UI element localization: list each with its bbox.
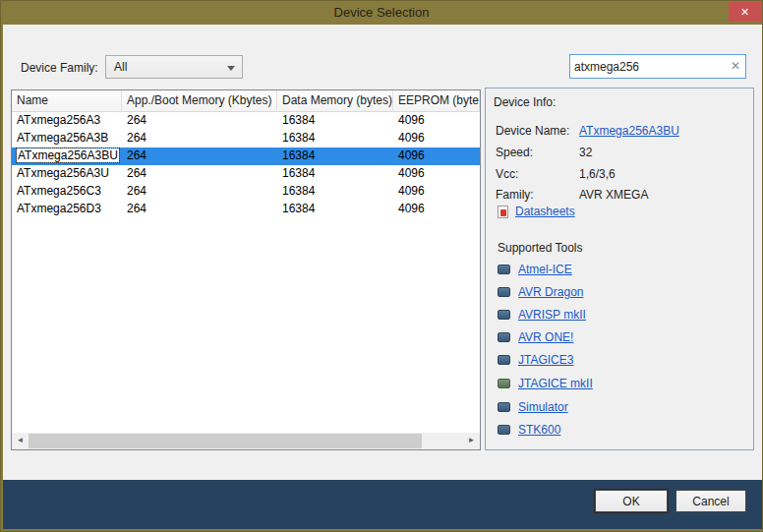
datasheets-row: Datasheets bbox=[498, 205, 575, 218]
cell-datamem: 16384 bbox=[277, 112, 393, 130]
device-list: Name App./Boot Memory (Kbytes) Data Memo… bbox=[11, 89, 481, 450]
device-list-header: Name App./Boot Memory (Kbytes) Data Memo… bbox=[12, 90, 480, 112]
cell-name: ATxmega256A3 bbox=[12, 112, 122, 130]
table-row[interactable]: ATxmega256A3U 264 16384 4096 bbox=[12, 165, 480, 183]
tool-link-jtagice3[interactable]: JTAGICE3 bbox=[518, 353, 573, 367]
avr-dragon-icon bbox=[498, 287, 510, 297]
speed-label: Speed: bbox=[496, 146, 533, 159]
speed-value: 32 bbox=[579, 146, 592, 159]
datasheets-link[interactable]: Datasheets bbox=[515, 205, 575, 218]
tool-link-simulator[interactable]: Simulator bbox=[518, 400, 568, 414]
scroll-right-icon[interactable]: ► bbox=[463, 433, 480, 449]
horizontal-scrollbar[interactable]: ◄ ► bbox=[12, 433, 480, 449]
cell-eeprom: 4096 bbox=[393, 148, 480, 165]
atmel-ice-icon bbox=[498, 265, 510, 274]
titlebar[interactable]: Device Selection ✕ bbox=[1, 1, 762, 25]
tool-item: Simulator bbox=[498, 400, 568, 414]
tool-link-avr-dragon[interactable]: AVR Dragon bbox=[518, 285, 583, 299]
dialog-content: Device Family: All ✕ Name App./Boot Memo… bbox=[3, 25, 762, 482]
table-row[interactable]: ATxmega256C3 264 16384 4096 bbox=[12, 183, 480, 201]
tool-item: JTAGICE3 bbox=[498, 353, 573, 367]
cell-name: ATxmega256A3B bbox=[12, 130, 122, 148]
vcc-value: 1,6/3,6 bbox=[579, 167, 616, 181]
avrisp-mkii-icon bbox=[498, 310, 510, 320]
clear-search-icon[interactable]: ✕ bbox=[731, 59, 740, 73]
cell-datamem: 16384 bbox=[277, 201, 393, 218]
device-selection-dialog: Device Selection ✕ Device Family: All ✕ … bbox=[0, 0, 763, 532]
table-row[interactable]: ATxmega256D3 264 16384 4096 bbox=[12, 201, 480, 218]
cell-datamem: 16384 bbox=[277, 165, 393, 183]
search-input[interactable] bbox=[574, 57, 722, 76]
table-row[interactable]: ATxmega256A3B 264 16384 4096 bbox=[12, 130, 480, 148]
column-header-datamem[interactable]: Data Memory (bytes) bbox=[277, 90, 393, 112]
scrollbar-thumb[interactable] bbox=[29, 434, 422, 448]
cell-name: ATxmega256C3 bbox=[12, 183, 122, 201]
device-name-label: Device Name: bbox=[496, 124, 569, 138]
cell-eeprom: 4096 bbox=[393, 165, 480, 183]
supported-tools-title: Supported Tools bbox=[498, 241, 583, 255]
device-name-link[interactable]: ATxmega256A3BU bbox=[579, 124, 679, 138]
close-button[interactable]: ✕ bbox=[729, 2, 761, 22]
search-box: ✕ bbox=[569, 54, 746, 79]
jtagice-mkii-icon bbox=[498, 379, 510, 388]
scroll-left-icon[interactable]: ◄ bbox=[12, 433, 29, 449]
tool-link-jtagice-mkii[interactable]: JTAGICE mkII bbox=[518, 377, 593, 390]
cancel-button[interactable]: Cancel bbox=[675, 490, 746, 512]
cell-datamem: 16384 bbox=[277, 183, 393, 201]
column-header-name[interactable]: Name bbox=[12, 90, 122, 112]
tool-item: AVR ONE! bbox=[498, 330, 573, 344]
cell-eeprom: 4096 bbox=[393, 183, 480, 201]
tool-link-avrisp-mkii[interactable]: AVRISP mkII bbox=[518, 308, 586, 322]
table-row-selected[interactable]: ATxmega256A3BU 264 16384 4096 bbox=[12, 148, 480, 165]
jtagice3-icon bbox=[498, 355, 510, 365]
selected-name-focus: ATxmega256A3BU bbox=[17, 148, 119, 162]
family-value: AVR XMEGA bbox=[579, 188, 648, 202]
cell-name: ATxmega256A3U bbox=[12, 165, 122, 183]
cell-appboot: 264 bbox=[122, 112, 277, 130]
stk600-icon bbox=[498, 425, 510, 435]
cell-eeprom: 4096 bbox=[393, 112, 480, 130]
cell-appboot: 264 bbox=[122, 183, 277, 201]
cell-eeprom: 4096 bbox=[393, 130, 480, 148]
tool-link-avr-one[interactable]: AVR ONE! bbox=[518, 330, 573, 344]
tool-item: JTAGICE mkII bbox=[498, 377, 593, 390]
column-header-eeprom[interactable]: EEPROM (bytes) bbox=[393, 90, 480, 112]
family-label: Family: bbox=[496, 188, 534, 202]
footer-bar: OK Cancel bbox=[3, 480, 762, 529]
cell-appboot: 264 bbox=[122, 148, 277, 165]
tool-item: AVRISP mkII bbox=[498, 308, 586, 322]
cell-datamem: 16384 bbox=[277, 130, 393, 148]
pdf-icon bbox=[498, 206, 508, 218]
tool-item: Atmel-ICE bbox=[498, 263, 572, 276]
device-family-label: Device Family: bbox=[21, 61, 98, 75]
device-info-title: Device Info: bbox=[494, 95, 556, 109]
tool-item: STK600 bbox=[498, 423, 560, 437]
tool-item: AVR Dragon bbox=[498, 285, 583, 299]
device-family-dropdown[interactable]: All bbox=[105, 55, 243, 79]
simulator-icon bbox=[498, 402, 510, 412]
cell-appboot: 264 bbox=[122, 201, 277, 218]
cell-name: ATxmega256A3BU bbox=[12, 148, 122, 165]
cell-appboot: 264 bbox=[122, 165, 277, 183]
device-family-selected-value: All bbox=[114, 60, 127, 74]
window-title: Device Selection bbox=[1, 5, 762, 20]
close-icon: ✕ bbox=[740, 6, 749, 18]
column-header-appboot[interactable]: App./Boot Memory (Kbytes) bbox=[122, 90, 277, 112]
cell-eeprom: 4096 bbox=[393, 201, 480, 218]
tool-link-stk600[interactable]: STK600 bbox=[518, 423, 560, 437]
table-row[interactable]: ATxmega256A3 264 16384 4096 bbox=[12, 112, 480, 130]
cell-datamem: 16384 bbox=[277, 148, 393, 165]
device-info-panel: Device Info: Device Name: ATxmega256A3BU… bbox=[485, 88, 754, 450]
ok-button[interactable]: OK bbox=[595, 490, 668, 512]
chevron-down-icon bbox=[227, 66, 235, 71]
avr-one-icon bbox=[498, 332, 510, 342]
tool-link-atmel-ice[interactable]: Atmel-ICE bbox=[518, 263, 572, 276]
vcc-label: Vcc: bbox=[496, 167, 518, 181]
cell-appboot: 264 bbox=[122, 130, 277, 148]
cell-name: ATxmega256D3 bbox=[12, 201, 122, 218]
